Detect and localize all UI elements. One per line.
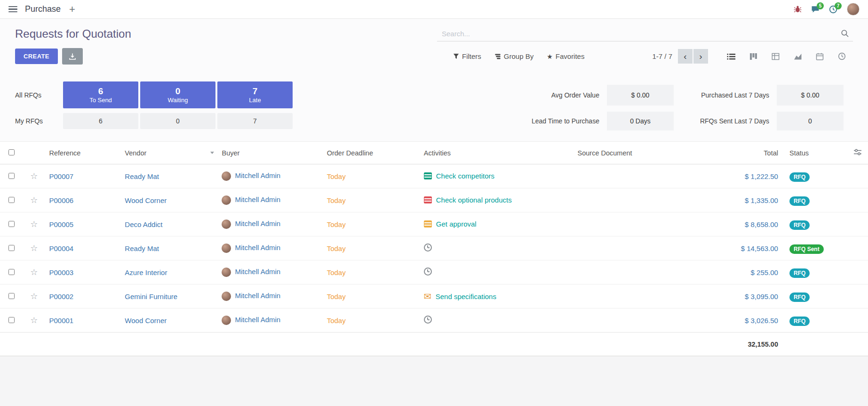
- table-row[interactable]: ☆ P00006 Wood Corner Mitchell Admin Toda…: [0, 188, 868, 212]
- select-all-checkbox[interactable]: [8, 149, 15, 155]
- buyer-link[interactable]: Mitchell Admin: [235, 171, 280, 179]
- apps-menu-icon[interactable]: [8, 6, 17, 13]
- vendor-link[interactable]: Ready Mat: [125, 172, 159, 180]
- kanban-view-button[interactable]: [742, 49, 764, 64]
- app-name[interactable]: Purchase: [25, 4, 61, 14]
- tile-late[interactable]: 7 Late: [217, 81, 293, 108]
- buyer-link[interactable]: Mitchell Admin: [235, 244, 280, 252]
- calendar-view-button[interactable]: [809, 49, 831, 64]
- reference-link[interactable]: P00006: [49, 196, 74, 204]
- row-checkbox[interactable]: [8, 245, 15, 251]
- activity-clock-icon[interactable]: [424, 316, 432, 324]
- column-header-buyer[interactable]: Buyer: [218, 142, 323, 164]
- source-document-cell: [574, 164, 706, 188]
- buyer-link[interactable]: Mitchell Admin: [235, 316, 280, 324]
- search-input[interactable]: [437, 26, 853, 41]
- row-checkbox[interactable]: [8, 173, 15, 179]
- graph-view-icon: [794, 53, 802, 60]
- user-avatar[interactable]: [847, 3, 860, 16]
- activity-tasks-icon[interactable]: [424, 196, 432, 203]
- favorite-star-icon[interactable]: ☆: [30, 268, 38, 277]
- filters-button[interactable]: Filters: [446, 49, 488, 63]
- activity-cell-content[interactable]: ✉: [424, 316, 436, 324]
- activity-label[interactable]: Check optional products: [436, 196, 512, 204]
- activity-cell-content[interactable]: ✉: [424, 268, 436, 276]
- buyer-link[interactable]: Mitchell Admin: [235, 268, 280, 276]
- optional-columns-button[interactable]: [847, 142, 868, 164]
- favorites-button[interactable]: ★ Favorites: [540, 49, 591, 63]
- column-header-vendor[interactable]: Vendor: [121, 142, 218, 164]
- favorite-star-icon[interactable]: ☆: [30, 244, 38, 253]
- activity-cell-content[interactable]: ✉ Send specifications: [424, 292, 496, 301]
- buyer-link[interactable]: Mitchell Admin: [235, 219, 280, 227]
- reference-link[interactable]: P00007: [49, 172, 74, 180]
- row-checkbox[interactable]: [8, 197, 15, 203]
- tile-to-send[interactable]: 6 To Send: [63, 81, 138, 108]
- debug-bug-icon[interactable]: [794, 5, 802, 13]
- activity-clock-icon[interactable]: [424, 244, 432, 252]
- activity-tasks-icon[interactable]: [424, 220, 432, 227]
- table-row[interactable]: ☆ P00001 Wood Corner Mitchell Admin Toda…: [0, 309, 868, 333]
- reference-link[interactable]: P00005: [49, 220, 74, 228]
- row-checkbox[interactable]: [8, 221, 15, 227]
- create-button[interactable]: CREATE: [15, 49, 58, 64]
- messages-menu[interactable]: 5: [811, 5, 820, 13]
- favorite-star-icon[interactable]: ☆: [30, 171, 38, 181]
- pager-previous-button[interactable]: ‹: [678, 49, 693, 64]
- reference-link[interactable]: P00004: [49, 244, 74, 252]
- activity-clock-icon[interactable]: [424, 268, 432, 276]
- column-header-total[interactable]: Total: [705, 142, 786, 164]
- row-checkbox[interactable]: [8, 317, 15, 323]
- row-checkbox[interactable]: [8, 293, 15, 299]
- vendor-link[interactable]: Gemini Furniture: [125, 292, 177, 300]
- my-waiting[interactable]: 0: [140, 113, 215, 129]
- pivot-view-button[interactable]: [764, 49, 787, 64]
- activities-menu[interactable]: 7: [829, 5, 837, 14]
- plus-icon[interactable]: +: [69, 4, 75, 15]
- favorite-star-icon[interactable]: ☆: [30, 219, 38, 229]
- reference-link[interactable]: P00002: [49, 292, 74, 300]
- table-row[interactable]: ☆ P00003 Azure Interior Mitchell Admin T…: [0, 260, 868, 284]
- column-header-status[interactable]: Status: [786, 142, 847, 164]
- reference-link[interactable]: P00003: [49, 268, 74, 276]
- reference-link[interactable]: P00001: [49, 317, 74, 325]
- search-icon[interactable]: [841, 29, 849, 40]
- column-header-source-document[interactable]: Source Document: [574, 142, 706, 164]
- row-checkbox[interactable]: [8, 269, 15, 275]
- activity-label[interactable]: Get approval: [436, 220, 477, 228]
- tile-waiting[interactable]: 0 Waiting: [140, 81, 215, 108]
- column-header-order-deadline[interactable]: Order Deadline: [323, 142, 420, 164]
- activity-label[interactable]: Send specifications: [436, 292, 496, 300]
- activity-cell-content[interactable]: ✉ Check competitors: [424, 172, 494, 180]
- graph-view-button[interactable]: [787, 49, 809, 64]
- vendor-link[interactable]: Azure Interior: [125, 268, 167, 276]
- buyer-link[interactable]: Mitchell Admin: [235, 292, 280, 300]
- favorite-star-icon[interactable]: ☆: [30, 292, 38, 301]
- favorite-star-icon[interactable]: ☆: [30, 195, 38, 205]
- my-late[interactable]: 7: [217, 113, 293, 129]
- buyer-link[interactable]: Mitchell Admin: [235, 195, 280, 203]
- column-header-reference[interactable]: Reference: [46, 142, 121, 164]
- group-by-button[interactable]: Group By: [488, 49, 540, 63]
- column-header-activities[interactable]: Activities: [420, 142, 574, 164]
- pager-next-button[interactable]: ›: [693, 49, 708, 64]
- activity-tasks-icon[interactable]: [424, 172, 432, 179]
- favorite-star-icon[interactable]: ☆: [30, 316, 38, 325]
- table-row[interactable]: ☆ P00005 Deco Addict Mitchell Admin Toda…: [0, 212, 868, 236]
- activity-cell-content[interactable]: ✉ Get approval: [424, 220, 477, 228]
- activity-mail-icon[interactable]: ✉: [424, 292, 431, 301]
- vendor-link[interactable]: Ready Mat: [125, 244, 159, 252]
- vendor-link[interactable]: Wood Corner: [125, 196, 167, 204]
- vendor-link[interactable]: Deco Addict: [125, 220, 162, 228]
- activity-cell-content[interactable]: ✉ Check optional products: [424, 196, 512, 204]
- table-row[interactable]: ☆ P00004 Ready Mat Mitchell Admin Today …: [0, 236, 868, 260]
- my-to-send[interactable]: 6: [63, 113, 138, 129]
- export-button[interactable]: [62, 48, 83, 65]
- activity-view-button[interactable]: [831, 49, 853, 64]
- list-view-button[interactable]: [720, 49, 742, 64]
- table-row[interactable]: ☆ P00007 Ready Mat Mitchell Admin Today …: [0, 164, 868, 188]
- vendor-link[interactable]: Wood Corner: [125, 317, 167, 325]
- table-row[interactable]: ☆ P00002 Gemini Furniture Mitchell Admin…: [0, 284, 868, 309]
- activity-cell-content[interactable]: ✉: [424, 244, 436, 252]
- activity-label[interactable]: Check competitors: [436, 172, 494, 180]
